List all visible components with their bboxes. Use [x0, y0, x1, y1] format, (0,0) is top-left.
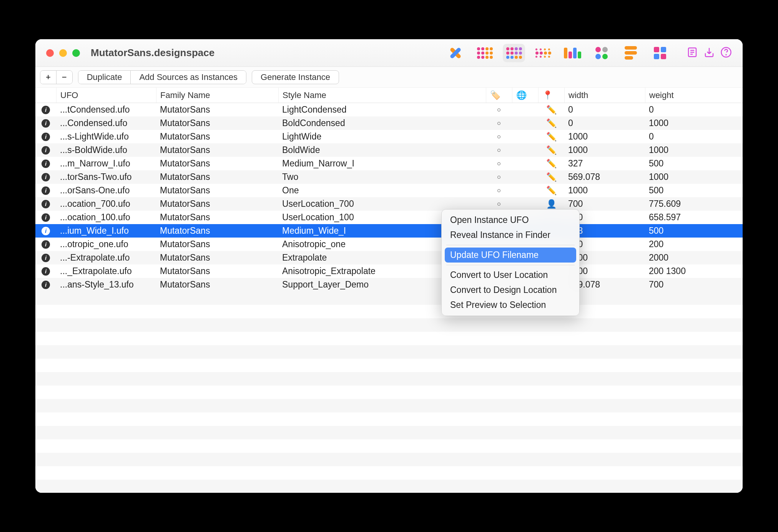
duplicate-button[interactable]: Duplicate [78, 71, 131, 84]
info-icon[interactable]: i [42, 173, 50, 181]
info-icon[interactable]: i [42, 200, 50, 208]
col-tag-icon[interactable]: 🏷️ [486, 88, 512, 103]
toolbar-sources-icon[interactable] [474, 44, 496, 62]
toolbar-rules-icon[interactable] [532, 44, 554, 62]
cell-weight: 775.609 [645, 199, 722, 209]
info-icon[interactable]: i [42, 133, 50, 141]
table-row[interactable]: i ...-Extrapolate.ufo MutatorSans Extrap… [35, 251, 743, 264]
cell-ufo: ...Condensed.ufo [56, 118, 156, 128]
info-icon[interactable]: i [42, 227, 50, 235]
help-icon[interactable] [720, 47, 732, 60]
menu-update-filename[interactable]: Update UFO Filename [445, 248, 576, 263]
menu-separator [446, 245, 575, 245]
menu-reveal-finder[interactable]: Reveal Instance in Finder [442, 228, 579, 243]
cell-weight: 1000 [645, 118, 722, 128]
table-row[interactable]: i ...orSans-One.ufo MutatorSans One ✏️ 1… [35, 184, 743, 197]
info-icon[interactable]: i [42, 240, 50, 249]
table-row[interactable]: i ...ans-Style_13.ufo MutatorSans Suppor… [35, 278, 743, 291]
toolbar-report-icon[interactable] [620, 44, 642, 62]
cell-location-icon: ✏️ [538, 145, 564, 155]
cell-style: BoldWide [278, 145, 486, 155]
info-icon[interactable]: i [42, 146, 50, 155]
cell-family: MutatorSans [156, 131, 278, 142]
table-row[interactable]: i ...m_Narrow_I.ufo MutatorSans Medium_N… [35, 157, 743, 170]
info-icon[interactable]: i [42, 106, 50, 114]
info-icon[interactable]: i [42, 160, 50, 168]
info-icon[interactable]: i [42, 254, 50, 262]
instances-table: UFO Family Name Style Name 🏷️ 🌐 📍 width … [35, 88, 743, 493]
generate-instance-button[interactable]: Generate Instance [252, 70, 339, 84]
toolbar-preview-icon[interactable] [649, 44, 671, 62]
cell-family: MutatorSans [156, 185, 278, 196]
add-sources-button[interactable]: Add Sources as Instances [131, 71, 246, 84]
cell-family: MutatorSans [156, 105, 278, 115]
remove-button[interactable]: − [57, 71, 72, 84]
minimize-window-button[interactable] [59, 49, 67, 57]
notes-icon[interactable] [687, 47, 698, 60]
menu-convert-user[interactable]: Convert to User Location [442, 268, 579, 283]
cell-weight: 200 1300 [645, 266, 722, 276]
col-pin-icon[interactable]: 📍 [538, 88, 564, 103]
table-row[interactable]: i ...otropic_one.ufo MutatorSans Anisotr… [35, 238, 743, 251]
col-globe-icon[interactable]: 🌐 [512, 88, 538, 103]
cell-location-icon: 👤 [538, 199, 564, 209]
info-icon[interactable]: i [42, 267, 50, 276]
cell-style: LightWide [278, 131, 486, 142]
table-row[interactable]: i ...torSans-Two.ufo MutatorSans Two ✏️ … [35, 170, 743, 184]
cell-ufo: ...tCondensed.ufo [56, 105, 156, 115]
table-row[interactable]: i ...ocation_100.ufo MutatorSans UserLoc… [35, 211, 743, 224]
table-row[interactable]: i ..._Extrapolate.ufo MutatorSans Anisot… [35, 264, 743, 278]
cell-style: Medium_Narrow_I [278, 158, 486, 169]
close-window-button[interactable] [46, 49, 54, 57]
menu-open-instance[interactable]: Open Instance UFO [442, 213, 579, 228]
svg-point-5 [726, 54, 726, 55]
table-header: UFO Family Name Style Name 🏷️ 🌐 📍 width … [35, 88, 743, 103]
cell-family: MutatorSans [156, 118, 278, 128]
add-button[interactable]: + [40, 71, 57, 84]
cell-location-icon: ✏️ [538, 159, 564, 169]
table-row[interactable]: i ...tCondensed.ufo MutatorSans LightCon… [35, 103, 743, 116]
cell-weight: 1000 [645, 172, 722, 182]
col-weight[interactable]: weight [645, 88, 722, 103]
cell-width: 700 [564, 199, 645, 209]
zoom-window-button[interactable] [72, 49, 80, 57]
cell-width: 1000 [564, 131, 645, 142]
toolbar-labels-icon[interactable] [561, 44, 584, 62]
cell-width: 569.078 [564, 172, 645, 182]
cell-marker [486, 108, 512, 111]
cell-ufo: ...ium_Wide_I.ufo [56, 226, 156, 236]
info-icon[interactable]: i [42, 186, 50, 195]
col-style[interactable]: Style Name [278, 88, 486, 103]
table-row[interactable]: i ...s-LightWide.ufo MutatorSans LightWi… [35, 130, 743, 143]
menu-set-preview[interactable]: Set Preview to Selection [442, 298, 579, 313]
cell-weight: 700 [645, 279, 722, 290]
cell-marker [486, 122, 512, 125]
toolbar-problems-icon[interactable] [590, 44, 613, 62]
menu-convert-design[interactable]: Convert to Design Location [442, 283, 579, 298]
cell-style: BoldCondensed [278, 118, 486, 128]
toolbar-instances-icon[interactable] [503, 44, 525, 62]
table-row[interactable]: i ...ocation_700.ufo MutatorSans UserLoc… [35, 197, 743, 211]
cell-ufo: ..._Extrapolate.ufo [56, 266, 156, 276]
cell-weight: 500 [645, 158, 722, 169]
cell-width: 0 [564, 118, 645, 128]
info-icon[interactable]: i [42, 281, 50, 289]
cell-weight: 658.597 [645, 212, 722, 223]
info-icon[interactable]: i [42, 213, 50, 222]
toolbar-axes-icon[interactable] [444, 44, 467, 62]
info-icon[interactable]: i [42, 119, 50, 128]
col-family[interactable]: Family Name [156, 88, 278, 103]
cell-ufo: ...otropic_one.ufo [56, 239, 156, 249]
cell-marker [486, 203, 512, 206]
col-width[interactable]: width [564, 88, 645, 103]
table-row[interactable]: i ...ium_Wide_I.ufo MutatorSans Medium_W… [35, 224, 743, 238]
col-ufo[interactable]: UFO [56, 88, 156, 103]
table-row[interactable]: i ...s-BoldWide.ufo MutatorSans BoldWide… [35, 143, 743, 157]
cell-family: MutatorSans [156, 266, 278, 276]
cell-ufo: ...s-LightWide.ufo [56, 131, 156, 142]
table-row[interactable]: i ...Condensed.ufo MutatorSans BoldConde… [35, 116, 743, 130]
cell-location-icon: ✏️ [538, 118, 564, 128]
cell-style: LightCondensed [278, 105, 486, 115]
save-icon[interactable] [703, 47, 715, 60]
cell-family: MutatorSans [156, 145, 278, 155]
